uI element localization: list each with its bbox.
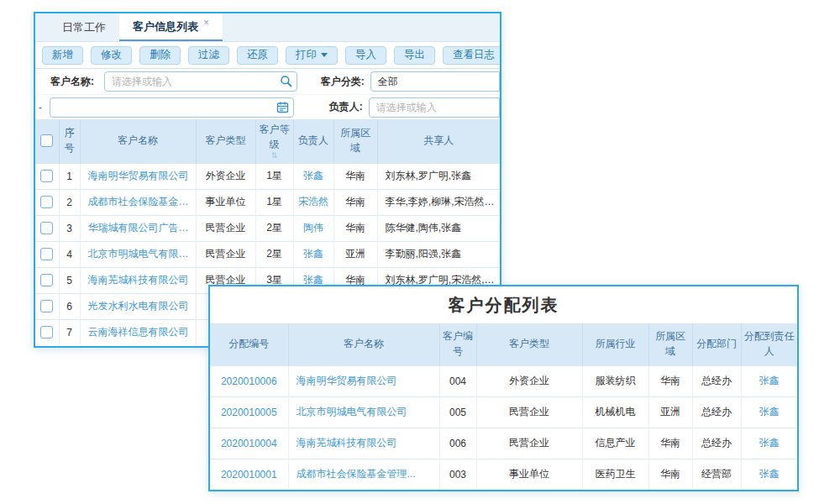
print-dropdown-button[interactable]: 打印 (286, 46, 338, 65)
sort-icon[interactable]: ⇅ (259, 152, 291, 159)
delete-button[interactable]: 删除 (139, 46, 181, 65)
customer-name-link[interactable]: 云南海祥信息有限公司 (80, 319, 196, 345)
cell-department: 总经办 (692, 396, 741, 428)
cell-index: 7 (59, 319, 80, 345)
assignee-link[interactable]: 张鑫 (741, 459, 797, 490)
tab-customer-info-list[interactable]: 客户信息列表 × (119, 13, 223, 41)
cell-customer-level: 1星 (255, 189, 293, 215)
toolbar: 新增 修改 删除 过滤 还原 打印 导入 导出 查看日志 (35, 42, 500, 69)
customer-name-link[interactable]: 海南明华贸易有限公司 (288, 365, 439, 396)
col-customer-name: 客户名称 (288, 323, 439, 365)
customer-allocation-window: 客户分配列表 分配编号 客户名称 客户编号 客户类型 所属行业 所属区域 分配部… (208, 285, 799, 491)
import-button[interactable]: 导入 (345, 46, 386, 65)
allocation-no-link[interactable]: 2020010001 (210, 459, 288, 490)
search-icon[interactable] (280, 75, 292, 90)
col-region: 所属区域 (648, 323, 692, 365)
export-button[interactable]: 导出 (394, 46, 435, 65)
row-checkbox[interactable] (40, 196, 53, 208)
table-row[interactable]: 2 成都市社会保险基金管理... 事业单位 1星 宋浩然 华南 李华,李婷,柳琳… (35, 189, 500, 215)
allocation-no-link[interactable]: 2020010006 (210, 365, 288, 396)
row-checkbox[interactable] (40, 300, 53, 312)
col-assignee: 分配到责任人 (741, 323, 797, 365)
owner-input[interactable] (369, 97, 500, 118)
cell-shared: 刘东林,罗广明,张鑫 (377, 163, 500, 189)
customer-name-label: 客户名称: (50, 75, 99, 89)
cell-customer-type: 事业单位 (476, 459, 582, 490)
cell-industry: 医药卫生 (582, 459, 648, 490)
cell-department: 经营部 (692, 459, 741, 490)
customer-category-select[interactable] (370, 71, 500, 92)
customer-name-link[interactable]: 北京市明城电气有限公司 (288, 396, 439, 428)
table-row[interactable]: 3 华瑞城有限公司广告设计部 民营企业 2星 陶伟 华南 陈华健,陶伟,张鑫 (35, 215, 500, 241)
row-checkbox[interactable] (40, 274, 53, 286)
row-checkbox[interactable] (40, 170, 53, 182)
customer-name-input[interactable] (104, 71, 297, 92)
col-customer-name: 客户名称 (80, 119, 196, 163)
customer-category-label: 客户分类: (316, 75, 365, 89)
allocation-no-link[interactable]: 2020010005 (210, 396, 288, 428)
add-button[interactable]: 新增 (42, 46, 83, 65)
cell-shared: 李华,李婷,柳琳,宋浩然,张鑫 (377, 189, 500, 215)
owner-link[interactable]: 张鑫 (293, 241, 333, 267)
cell-region: 亚洲 (333, 241, 377, 267)
cell-index: 6 (59, 293, 80, 319)
cell-industry: 信息产业 (582, 428, 648, 459)
table-row[interactable]: 2020010004 海南芜城科技有限公司 006 民营企业 信息产业 华南 总… (210, 428, 797, 459)
cell-customer-type: 民营企业 (476, 396, 582, 428)
customer-name-link[interactable]: 华瑞城有限公司广告设计部 (80, 215, 196, 241)
col-owner: 负责人 (293, 119, 333, 163)
customer-name-link[interactable]: 成都市社会保险基金管理... (288, 459, 439, 490)
close-icon[interactable]: × (203, 17, 209, 29)
cell-customer-type: 民营企业 (476, 428, 582, 459)
edit-button[interactable]: 修改 (91, 46, 132, 65)
assignee-link[interactable]: 张鑫 (741, 396, 797, 428)
table-row[interactable]: 4 北京市明城电气有限公司 民营企业 2星 张鑫 亚洲 李勤丽,阳强,张鑫 (35, 241, 500, 267)
cell-region: 华南 (333, 163, 377, 189)
cell-index: 4 (59, 241, 80, 267)
cell-region: 华南 (333, 189, 377, 215)
table-header-row: 序号 客户名称 客户类型 客户等级⇅ 负责人 所属区域 共享人 (35, 119, 500, 163)
assignee-link[interactable]: 张鑫 (741, 428, 797, 459)
table-row[interactable]: 2020010001 成都市社会保险基金管理... 003 事业单位 医药卫生 … (210, 459, 797, 490)
select-all-checkbox[interactable] (40, 134, 53, 147)
customer-name-link[interactable]: 海南芜城科技有限公司 (80, 267, 196, 293)
col-department: 分配部门 (692, 323, 741, 365)
assignee-link[interactable]: 张鑫 (741, 365, 797, 396)
customer-name-link[interactable]: 成都市社会保险基金管理... (80, 189, 196, 215)
tab-daily-work[interactable]: 日常工作 (49, 13, 119, 41)
owner-link[interactable]: 张鑫 (293, 163, 333, 189)
customer-category-field (370, 71, 500, 92)
view-log-button[interactable]: 查看日志 (443, 46, 501, 65)
owner-link[interactable]: 宋浩然 (293, 189, 333, 215)
owner-link[interactable]: 陶伟 (293, 215, 333, 241)
cell-customer-type: 外资企业 (196, 163, 255, 189)
cell-customer-no: 006 (439, 428, 476, 459)
row-checkbox[interactable] (40, 222, 53, 234)
cell-department: 总经办 (692, 428, 741, 459)
customer-name-link[interactable]: 海南芜城科技有限公司 (288, 428, 439, 459)
restore-button[interactable]: 还原 (237, 46, 278, 65)
table-row[interactable]: 2020010005 北京市明城电气有限公司 005 民营企业 机械机电 亚洲 … (210, 396, 797, 428)
table-row[interactable]: 2020010006 海南明华贸易有限公司 004 外资企业 服装纺织 华南 总… (210, 365, 797, 396)
allocation-table: 分配编号 客户名称 客户编号 客户类型 所属行业 所属区域 分配部门 分配到责任… (210, 323, 797, 490)
customer-name-link[interactable]: 北京市明城电气有限公司 (80, 241, 196, 267)
allocation-no-link[interactable]: 2020010004 (210, 428, 288, 459)
calendar-icon[interactable] (276, 101, 289, 116)
table-row[interactable]: 1 海南明华贸易有限公司 外资企业 1星 张鑫 华南 刘东林,罗广明,张鑫 (35, 163, 500, 189)
cell-index: 1 (59, 163, 80, 189)
col-customer-level[interactable]: 客户等级⇅ (255, 119, 293, 163)
cell-industry: 机械机电 (582, 396, 648, 428)
row-checkbox[interactable] (40, 248, 53, 260)
customer-name-link[interactable]: 光发水利水电有限公司 (80, 293, 196, 319)
owner-field (369, 97, 500, 118)
cell-customer-level: 1星 (255, 163, 293, 189)
cell-region: 华南 (648, 428, 692, 459)
filter-button[interactable]: 过滤 (188, 46, 229, 65)
row-checkbox[interactable] (40, 326, 53, 339)
date-input[interactable] (50, 97, 294, 118)
col-index: 序号 (59, 119, 80, 163)
cell-customer-no: 003 (439, 459, 476, 490)
cell-shared: 李勤丽,阳强,张鑫 (377, 241, 500, 267)
customer-name-link[interactable]: 海南明华贸易有限公司 (80, 163, 196, 189)
customer-name-field (104, 71, 297, 92)
